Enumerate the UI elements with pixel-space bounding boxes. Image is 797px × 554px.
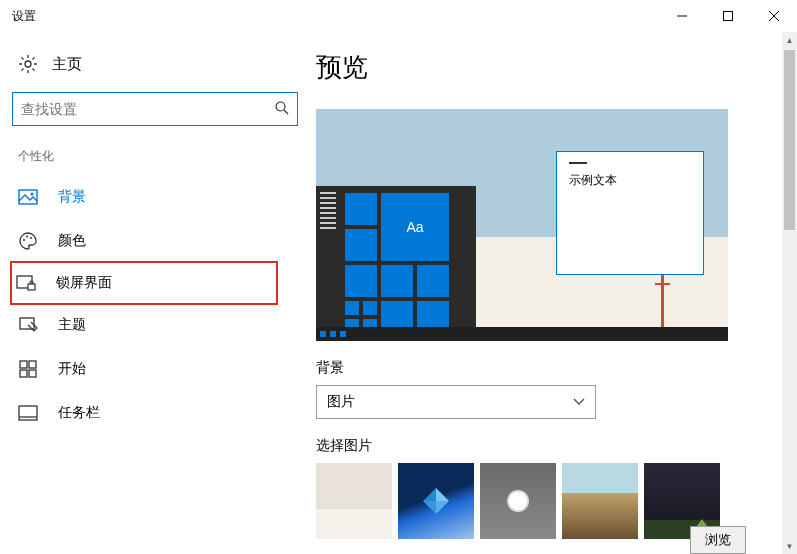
minimize-button[interactable] xyxy=(659,0,705,32)
background-select[interactable]: 图片 xyxy=(316,385,596,419)
svg-rect-15 xyxy=(20,361,27,368)
scroll-up-icon[interactable]: ▲ xyxy=(782,32,797,48)
title-bar: 设置 xyxy=(0,0,797,32)
start-menu-preview: Aa xyxy=(316,186,476,341)
svg-point-10 xyxy=(26,236,28,238)
window-title: 设置 xyxy=(12,8,36,25)
browse-button[interactable]: 浏览 xyxy=(690,526,746,554)
scrollbar-thumb[interactable] xyxy=(784,50,795,230)
gear-icon xyxy=(18,54,38,74)
aa-tile: Aa xyxy=(380,192,450,262)
svg-line-6 xyxy=(284,110,288,114)
sidebar-item-label: 锁屏界面 xyxy=(56,274,112,292)
svg-point-8 xyxy=(31,193,34,196)
svg-point-4 xyxy=(25,61,31,67)
svg-rect-16 xyxy=(29,361,36,368)
svg-rect-1 xyxy=(724,12,733,21)
tower-graphic xyxy=(661,267,664,327)
svg-rect-19 xyxy=(19,406,37,420)
wallpaper-thumb[interactable] xyxy=(398,463,474,539)
window-controls xyxy=(659,0,797,32)
scroll-down-icon[interactable]: ▼ xyxy=(782,538,797,554)
sidebar-item-label: 开始 xyxy=(58,360,86,378)
search-icon xyxy=(275,101,289,118)
background-label: 背景 xyxy=(316,359,728,377)
sidebar-item-themes[interactable]: 主题 xyxy=(12,303,298,347)
svg-rect-18 xyxy=(29,370,36,377)
sidebar: 主页 个性化 背景 颜色 锁屏界面 主题 开始 xyxy=(0,32,310,554)
svg-rect-7 xyxy=(19,190,37,204)
sidebar-item-label: 任务栏 xyxy=(58,404,100,422)
sidebar-item-start[interactable]: 开始 xyxy=(12,347,298,391)
wallpaper-thumb[interactable] xyxy=(316,463,392,539)
palette-icon xyxy=(18,231,38,251)
page-title: 预览 xyxy=(316,50,728,85)
picture-icon xyxy=(18,187,38,207)
sidebar-item-label: 主题 xyxy=(58,316,86,334)
chevron-down-icon xyxy=(573,396,585,408)
sidebar-item-lockscreen[interactable]: 锁屏界面 xyxy=(10,261,278,305)
desktop-preview: Aa 示例文本 xyxy=(316,109,728,341)
lockscreen-icon xyxy=(16,273,36,293)
wallpaper-thumb[interactable] xyxy=(480,463,556,539)
section-label: 个性化 xyxy=(12,144,298,175)
maximize-button[interactable] xyxy=(705,0,751,32)
sidebar-item-taskbar[interactable]: 任务栏 xyxy=(12,391,298,435)
picture-thumbnails xyxy=(316,463,728,539)
taskbar-preview xyxy=(316,327,728,341)
select-value: 图片 xyxy=(327,393,573,411)
content-area: 预览 Aa 示例文 xyxy=(310,32,797,554)
svg-rect-17 xyxy=(20,370,27,377)
home-button[interactable]: 主页 xyxy=(12,46,298,88)
home-label: 主页 xyxy=(52,55,82,74)
svg-point-9 xyxy=(23,239,25,241)
svg-point-11 xyxy=(30,237,32,239)
taskbar-icon xyxy=(18,403,38,423)
choose-picture-label: 选择图片 xyxy=(316,437,728,455)
theme-icon xyxy=(18,315,38,335)
start-icon xyxy=(18,359,38,379)
sample-text: 示例文本 xyxy=(569,172,691,189)
svg-point-5 xyxy=(276,102,285,111)
sample-window: 示例文本 xyxy=(556,151,704,275)
svg-rect-13 xyxy=(28,284,35,290)
search-box[interactable] xyxy=(12,92,298,126)
sidebar-item-label: 背景 xyxy=(58,188,86,206)
search-input[interactable] xyxy=(21,101,275,117)
sidebar-item-label: 颜色 xyxy=(58,232,86,250)
close-button[interactable] xyxy=(751,0,797,32)
vertical-scrollbar[interactable]: ▲ ▼ xyxy=(782,32,797,554)
sidebar-item-background[interactable]: 背景 xyxy=(12,175,298,219)
wallpaper-thumb[interactable] xyxy=(562,463,638,539)
sidebar-item-colors[interactable]: 颜色 xyxy=(12,219,298,263)
